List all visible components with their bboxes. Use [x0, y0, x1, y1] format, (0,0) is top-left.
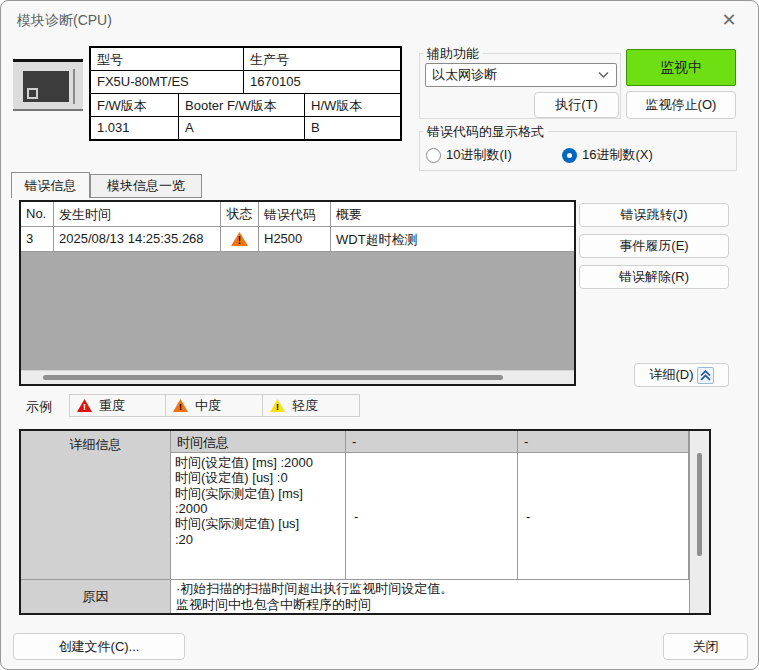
legend-moderate: ! 中度 — [166, 394, 263, 417]
radio-decimal[interactable]: 10进制数(I) — [426, 146, 512, 164]
serial-header: 生产号 — [244, 48, 400, 70]
detail-col2-header: - — [346, 431, 518, 453]
col-status: 状态 — [221, 202, 259, 226]
module-edge — [73, 69, 75, 104]
warning-moderate-icon: ! — [173, 399, 188, 412]
legend-severe: ! 重度 — [69, 394, 166, 417]
warning-minor-icon: ! — [270, 399, 285, 412]
detail-table: 详细信息 原因 时间信息 - - 时间(设定值) [ms] :2000 时间(设… — [19, 429, 711, 615]
model-header: 型号 — [91, 48, 244, 70]
error-jump-button[interactable]: 错误跳转(J) — [579, 203, 729, 227]
detail-button-label: 详细(D) — [649, 366, 693, 384]
monitor-stop-button[interactable]: 监视停止(O) — [626, 91, 736, 119]
warning-severe-icon: ! — [77, 399, 92, 412]
detail-col1-header: 时间信息 — [171, 431, 346, 453]
module-panel — [13, 59, 83, 111]
create-file-button[interactable]: 创建文件(C)... — [13, 633, 185, 660]
col-code: 错误代码 — [259, 202, 331, 226]
hw-header: H/W版本 — [305, 94, 400, 116]
legend-moderate-label: 中度 — [195, 397, 221, 415]
aux-functions-label: 辅助功能 — [423, 45, 483, 63]
fw-value: 1.031 — [91, 117, 179, 139]
module-body — [23, 71, 69, 102]
radio-decimal-label: 10进制数(I) — [446, 146, 512, 164]
chevron-double-up-icon — [700, 370, 711, 381]
error-clear-button[interactable]: 错误解除(R) — [579, 265, 729, 289]
tab-error-info[interactable]: 错误信息 — [11, 172, 90, 198]
legend-minor: ! 轻度 — [263, 394, 360, 417]
legend-label: 示例 — [26, 398, 52, 416]
error-row[interactable]: 3 2025/08/13 14:25:35.268 ! H2500 WDT超时检… — [21, 227, 574, 252]
aux-function-selected: 以太网诊断 — [432, 66, 497, 84]
detail-info-label: 详细信息 — [21, 436, 170, 454]
error-code-format-label: 错误代码的显示格式 — [423, 123, 548, 141]
radio-hex-label: 16进制数(X) — [582, 146, 653, 164]
table-row: F/W版本 Booter F/W版本 H/W版本 — [91, 94, 400, 117]
booter-value: A — [179, 117, 305, 139]
detail-col3-header: - — [518, 431, 689, 453]
collapse-detail-box — [697, 367, 714, 384]
error-code: H2500 — [259, 227, 331, 251]
vertical-scrollbar[interactable] — [689, 431, 709, 613]
col-summary: 概要 — [331, 202, 574, 226]
dialog-title: 模块诊断(CPU) — [17, 12, 112, 30]
fw-header: F/W版本 — [91, 94, 179, 116]
module-image — [9, 49, 85, 117]
cause-label: 原因 — [21, 579, 170, 613]
module-port — [27, 88, 38, 99]
error-time: 2025/08/13 14:25:35.268 — [54, 227, 221, 251]
detail-col3-body: - — [518, 453, 689, 579]
close-icon[interactable]: ✕ — [714, 7, 744, 33]
monitoring-status-badge: 监视中 — [626, 49, 736, 86]
module-diagnostics-dialog: 模块诊断(CPU) ✕ 型号 生产号 FX5U-80MT/ES 1670105 … — [0, 0, 759, 670]
scrollbar-thumb[interactable] — [697, 453, 702, 556]
booter-header: Booter F/W版本 — [179, 94, 305, 116]
error-list: No. 发生时间 状态 错误代码 概要 3 2025/08/13 14:25:3… — [19, 200, 576, 386]
table-row: 型号 生产号 — [91, 48, 400, 71]
error-no: 3 — [21, 227, 54, 251]
error-list-header: No. 发生时间 状态 错误代码 概要 — [21, 202, 574, 227]
col-time: 发生时间 — [54, 202, 221, 226]
chevron-down-icon — [598, 71, 609, 79]
hw-value: B — [305, 117, 400, 139]
radio-unchecked-icon — [426, 148, 441, 163]
warning-moderate-icon: ! — [231, 232, 248, 246]
aux-function-select[interactable]: 以太网诊断 — [425, 63, 617, 87]
detail-col2-body: - — [346, 453, 518, 579]
legend-severe-label: 重度 — [99, 397, 125, 415]
serial-value: 1670105 — [244, 71, 400, 93]
detail-label-column: 详细信息 原因 — [21, 431, 171, 613]
detail-col1-body: 时间(设定值) [ms] :2000 时间(设定值) [us] :0 时间(实际… — [171, 453, 346, 579]
error-code-format-group: 错误代码的显示格式 10进制数(I) 16进制数(X) — [419, 131, 737, 171]
horizontal-scrollbar[interactable] — [21, 370, 574, 384]
scrollbar-thumb[interactable] — [43, 375, 503, 380]
table-row: 1.031 A B — [91, 117, 400, 139]
event-history-button[interactable]: 事件履历(E) — [579, 234, 729, 258]
cause-body: ·初始扫描的扫描时间超出执行监视时间设定值。 监视时间中也包含中断程序的时间 — [171, 579, 689, 613]
error-summary: WDT超时检测 — [331, 227, 574, 251]
close-button[interactable]: 关闭 — [663, 633, 748, 660]
table-row: FX5U-80MT/ES 1670105 — [91, 71, 400, 94]
radio-hex[interactable]: 16进制数(X) — [562, 146, 653, 164]
radio-checked-icon — [562, 148, 577, 163]
col-no: No. — [21, 202, 54, 226]
execute-button[interactable]: 执行(T) — [534, 92, 619, 118]
tab-module-info-list[interactable]: 模块信息一览 — [90, 174, 202, 198]
error-status-cell: ! — [221, 227, 259, 251]
detail-button[interactable]: 详细(D) — [634, 363, 729, 387]
model-value: FX5U-80MT/ES — [91, 71, 244, 93]
legend-minor-label: 轻度 — [292, 397, 318, 415]
severity-legend: ! 重度 ! 中度 ! 轻度 — [69, 394, 360, 417]
module-info-table: 型号 生产号 FX5U-80MT/ES 1670105 F/W版本 Booter… — [89, 46, 402, 141]
